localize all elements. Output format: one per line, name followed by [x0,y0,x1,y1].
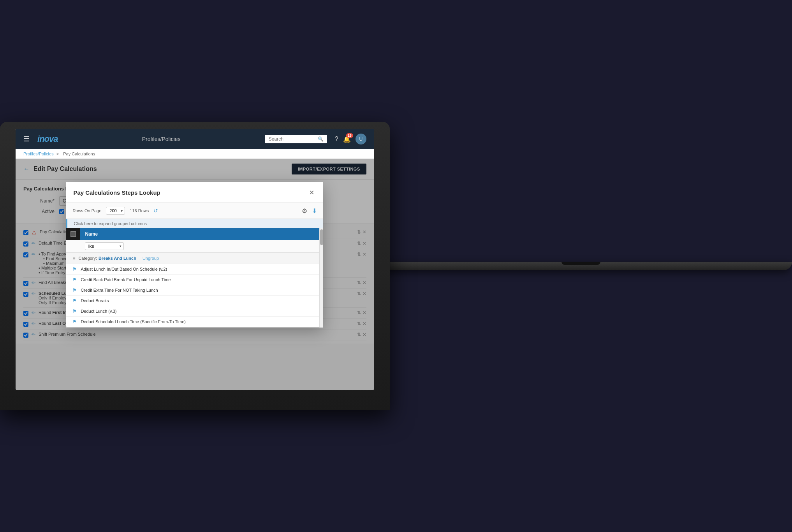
search-icon: 🔍 [318,136,324,142]
top-nav: ☰ inova Profiles/Policies 🔍 ? 🔔 15 [16,129,374,149]
table-row[interactable]: ⚑ Credit Extra Time For NOT Taking Lunch [66,285,319,296]
table-row[interactable]: ⚑ Deduct Breaks [66,296,319,306]
filter-checkbox-cell [66,240,80,252]
avatar-initial: U [359,136,363,142]
rows-on-page-label: Rows On Page [72,208,101,213]
page-content: ← Edit Pay Calculations IMPORT/EXPORT SE… [16,159,374,390]
modal-scroll-area: Name like equals [66,228,323,328]
modal-title: Pay Calculations Steps Lookup [73,189,160,196]
row-name: Credit Back Paid Break For Unpaid Lunch … [81,277,315,282]
modal-close-button[interactable]: ✕ [307,188,316,197]
scroll-thumb[interactable] [320,229,323,245]
table-row[interactable]: ⚑ Deduct Scheduled Lunch Time (Specific … [66,317,319,328]
row-flag-icon: ⚑ [72,287,77,293]
row-flag-icon: ⚑ [72,319,77,324]
settings-icon[interactable]: ⚙ [302,207,307,215]
rows-count: 116 Rows [130,208,149,213]
header-checkbox-cell [66,228,80,240]
header-checkbox[interactable] [70,231,76,237]
user-avatar[interactable]: U [356,134,366,144]
ungroup-button[interactable]: Ungroup [141,255,160,261]
row-name: Deduct Lunch (v.3) [81,309,315,314]
modal-overlay: Pay Calculations Steps Lookup ✕ Rows On … [16,159,374,390]
filter-operator-select[interactable]: like equals starts with ends with contai… [85,242,124,250]
refresh-icon[interactable]: ↺ [153,208,158,214]
category-label: Category: [78,256,97,261]
laptop-screen: ☰ inova Profiles/Policies 🔍 ? 🔔 15 [16,129,374,390]
breadcrumb-current: Pay Calculations [63,151,95,156]
filter-cell: like equals starts with ends with contai… [80,240,319,252]
scroll-content: Name like equals [66,228,319,328]
category-name: Breaks And Lunch [99,256,136,261]
row-name: Credit Extra Time For NOT Taking Lunch [81,288,315,292]
help-icon[interactable]: ? [335,136,338,143]
logo-text: inova [37,134,58,144]
row-flag-icon: ⚑ [72,308,77,314]
row-flag-icon: ⚑ [72,266,77,272]
notification-bell[interactable]: 🔔 15 [343,136,351,143]
nav-icons: ? 🔔 15 U [335,134,366,144]
rows-select-wrapper: 50 100 200 500 [106,207,125,215]
row-flag-icon: ⚑ [72,298,77,303]
table-row[interactable]: ⚑ Credit Back Paid Break For Unpaid Lunc… [66,275,319,285]
group-expand-row[interactable]: Click here to expand grouped columns [66,219,323,228]
column-header-name: Name [80,228,319,240]
nav-title: Profiles/Policies [65,136,257,142]
hamburger-icon[interactable]: ☰ [23,135,30,143]
app-screen: ☰ inova Profiles/Policies 🔍 ? 🔔 15 [16,129,374,390]
notification-badge: 15 [346,133,353,138]
rows-per-page-select[interactable]: 50 100 200 500 [106,207,125,215]
filter-operator-wrapper: like equals starts with ends with contai… [85,242,124,250]
row-name: Adjust Lunch In/Out Based On Schedule (v… [81,267,315,271]
app-logo: inova [37,134,58,144]
breadcrumb: Profiles/Policies > Pay Calculations [16,149,374,159]
laptop-base [370,262,792,270]
search-input[interactable] [269,136,315,142]
breadcrumb-link-profiles[interactable]: Profiles/Policies [23,151,54,156]
scroll-bar[interactable] [319,228,323,328]
category-row: ≡ Category: Breaks And Lunch Ungroup [66,253,319,264]
breadcrumb-separator: > [56,151,59,156]
table-row[interactable]: ⚑ Deduct Lunch (v.3) [66,306,319,317]
modal-dialog: Pay Calculations Steps Lookup ✕ Rows On … [66,182,323,328]
row-name: Deduct Scheduled Lunch Time (Specific Fr… [81,319,315,324]
filter-row: like equals starts with ends with contai… [66,240,319,253]
modal-header: Pay Calculations Steps Lookup ✕ [66,182,323,203]
table-row[interactable]: ⚑ Adjust Lunch In/Out Based On Schedule … [66,264,319,275]
group-icon: ≡ [72,255,75,261]
table-header-row: Name [66,228,319,240]
search-box[interactable]: 🔍 [265,135,327,143]
laptop-shell: ☰ inova Profiles/Policies 🔍 ? 🔔 15 [0,122,390,410]
laptop-notch [561,262,600,265]
download-icon[interactable]: ⬇ [312,207,317,215]
modal-toolbar: Rows On Page 50 100 200 500 116 Rows [66,203,323,219]
row-flag-icon: ⚑ [72,277,77,282]
row-name: Deduct Breaks [81,298,315,303]
